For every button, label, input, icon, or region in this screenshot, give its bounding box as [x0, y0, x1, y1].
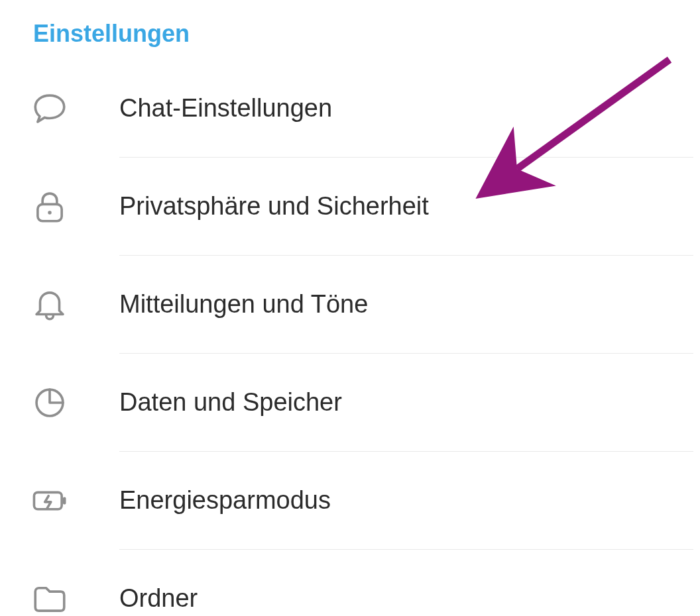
- menu-item-label: Mitteilungen und Töne: [119, 289, 700, 320]
- menu-item-privacy-security[interactable]: Privatsphäre und Sicherheit: [0, 158, 700, 256]
- pie-chart-icon: [0, 384, 119, 422]
- menu-item-chat-settings[interactable]: Chat-Einstellungen: [0, 60, 700, 158]
- svg-rect-4: [63, 497, 66, 505]
- folder-icon: [0, 580, 119, 616]
- settings-section-title: Einstellungen: [0, 20, 700, 60]
- menu-item-data-storage[interactable]: Daten und Speicher: [0, 354, 700, 452]
- menu-item-folders[interactable]: Ordner: [0, 550, 700, 616]
- svg-point-1: [48, 211, 51, 214]
- bell-icon: [0, 285, 119, 324]
- lock-icon: [0, 187, 119, 226]
- menu-item-notifications-sounds[interactable]: Mitteilungen und Töne: [0, 256, 700, 354]
- menu-item-label: Privatsphäre und Sicherheit: [119, 191, 700, 222]
- menu-item-label: Energiesparmodus: [119, 486, 700, 516]
- settings-page: Einstellungen Chat-Einstellungen Privats…: [0, 0, 700, 616]
- battery-icon: [0, 482, 119, 520]
- menu-item-label: Ordner: [119, 584, 700, 614]
- menu-item-power-saving[interactable]: Energiesparmodus: [0, 452, 700, 550]
- chat-bubble-icon: [0, 89, 119, 128]
- menu-item-label: Chat-Einstellungen: [119, 93, 700, 124]
- settings-menu: Chat-Einstellungen Privatsphäre und Sich…: [0, 60, 700, 616]
- menu-item-label: Daten und Speicher: [119, 387, 700, 418]
